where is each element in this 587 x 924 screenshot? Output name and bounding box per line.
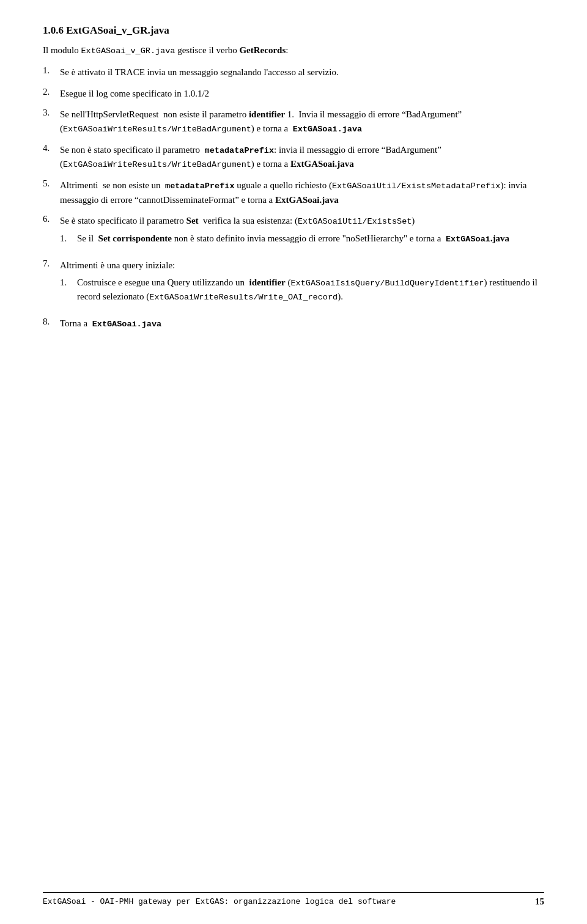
- item-num: 6.: [43, 214, 55, 251]
- subtitle: Il modulo ExtGASoai_v_GR.java gestisce i…: [43, 45, 544, 56]
- item-num: 5.: [43, 178, 55, 207]
- list-item: 6. Se è stato specificato il parametro S…: [43, 214, 544, 251]
- item-content: Se è attivato il TRACE invia un messaggi…: [60, 65, 544, 79]
- item-num: 4.: [43, 143, 55, 172]
- list-item: 8. Torna a ExtGASoai.java: [43, 317, 544, 331]
- sub-list-item: 1. Se il Set corrispondente non è stato …: [60, 232, 544, 246]
- main-list: 1. Se è attivato il TRACE invia un messa…: [43, 65, 544, 331]
- item-num: 3.: [43, 108, 55, 136]
- item-num: 1.: [43, 65, 55, 79]
- sub-list-item: 1. Costruisce e esegue una Query utilizz…: [60, 276, 544, 304]
- section-heading: 1.0.6 ExtGASoai_v_GR.java: [43, 24, 544, 37]
- item-content: Se nell'HttpServletRequest non esiste il…: [60, 108, 544, 136]
- item-num: 7.: [43, 258, 55, 309]
- subtitle-module: ExtGASoai_v_GR.java: [81, 46, 175, 56]
- sub-item-num: 1.: [60, 232, 72, 246]
- sub-item-content: Se il Set corrispondente non è stato def…: [77, 232, 544, 246]
- page-container: 1.0.6 ExtGASoai_v_GR.java Il modulo ExtG…: [0, 0, 587, 924]
- item-content: Torna a ExtGASoai.java: [60, 317, 544, 331]
- footer-page-number: 15: [535, 897, 544, 907]
- item-content: Altrimenti è una query iniziale: 1. Cost…: [60, 258, 544, 309]
- sub-item-content: Costruisce e esegue una Query utilizzand…: [77, 276, 544, 304]
- list-item: 3. Se nell'HttpServletRequest non esiste…: [43, 108, 544, 136]
- item-content: Se è stato specificato il parametro Set …: [60, 214, 544, 251]
- list-item: 1. Se è attivato il TRACE invia un messa…: [43, 65, 544, 79]
- item-content: Altrimenti se non esiste un metadataPref…: [60, 178, 544, 207]
- sub-item-num: 1.: [60, 276, 72, 304]
- item-num: 2.: [43, 87, 55, 101]
- subtitle-verb: GetRecords: [239, 45, 286, 55]
- heading-text: 1.0.6 ExtGASoai_v_GR.java: [43, 24, 169, 36]
- sub-list: 1. Costruisce e esegue una Query utilizz…: [60, 276, 544, 304]
- list-item: 2. Esegue il log come specificato in 1.0…: [43, 87, 544, 101]
- item-content: Se non è stato specificato il parametro …: [60, 143, 544, 172]
- list-item: 7. Altrimenti è una query iniziale: 1. C…: [43, 258, 544, 309]
- item-content: Esegue il log come specificato in 1.0.1/…: [60, 87, 544, 101]
- item-num: 8.: [43, 317, 55, 331]
- list-item: 4. Se non è stato specificato il paramet…: [43, 143, 544, 172]
- sub-list: 1. Se il Set corrispondente non è stato …: [60, 232, 544, 246]
- page-footer: ExtGASoai - OAI-PMH gateway per ExtGAS: …: [43, 892, 544, 907]
- footer-text: ExtGASoai - OAI-PMH gateway per ExtGAS: …: [43, 897, 396, 906]
- list-item: 5. Altrimenti se non esiste un metadataP…: [43, 178, 544, 207]
